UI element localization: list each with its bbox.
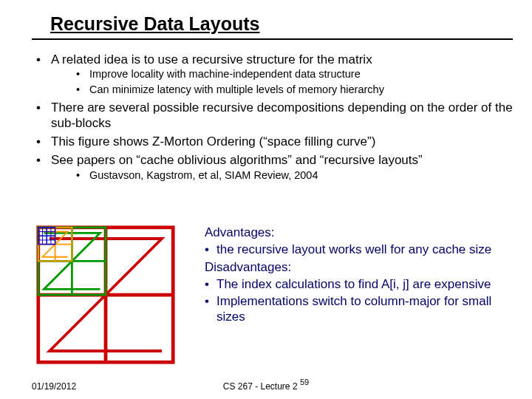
- sub-bullet-text: Can minimize latency with multiple level…: [89, 83, 384, 95]
- disadvantage-item: The index calculations to find A[i, j] a…: [205, 276, 513, 292]
- z-morton-svg: [32, 225, 180, 365]
- sub-bullet-item: Can minimize latency with multiple level…: [66, 83, 513, 96]
- page-number: 59: [300, 378, 309, 386]
- advantages-header: Advantages:: [205, 225, 513, 240]
- sub-bullet-item: Improve locality with machine-independen…: [66, 67, 513, 81]
- sub-bullet-item: Gustavson, Kagstrom, et al, SIAM Review,…: [66, 168, 513, 182]
- sub-bullet-list: Gustavson, Kagstrom, et al, SIAM Review,…: [51, 168, 513, 182]
- bullet-text: This figure shows Z-Morton Ordering (“sp…: [51, 134, 375, 149]
- disadvantage-text: The index calculations to find A[i, j] a…: [216, 277, 491, 291]
- slide-body: A related idea is to use a recursive str…: [32, 52, 513, 185]
- disadvantage-item: Implementations switch to column-major f…: [205, 293, 513, 325]
- advantage-item: the recursive layout works well for any …: [205, 242, 513, 257]
- bullet-item: See papers on “cache oblivious algorithm…: [32, 152, 513, 181]
- disadvantage-text: Implementations switch to column-major f…: [216, 294, 491, 324]
- bullet-item: A related idea is to use a recursive str…: [32, 52, 513, 97]
- sub-bullet-text: Improve locality with machine-independen…: [89, 68, 361, 80]
- slide-title: Recursive Data Layouts: [50, 13, 259, 35]
- sub-bullet-text: Gustavson, Kagstrom, et al, SIAM Review,…: [89, 169, 318, 181]
- bottom-row: Advantages: the recursive layout works w…: [32, 225, 513, 365]
- bullet-text: There are several possible recursive dec…: [51, 100, 513, 130]
- bullet-text: See papers on “cache oblivious algorithm…: [51, 153, 423, 167]
- bullet-item: There are several possible recursive dec…: [32, 100, 513, 132]
- advantages-disadvantages: Advantages: the recursive layout works w…: [205, 225, 513, 327]
- disadvantages-header: Disadvantages:: [205, 259, 513, 275]
- bullet-item: This figure shows Z-Morton Ordering (“sp…: [32, 134, 513, 149]
- slide: Recursive Data Layouts A related idea is…: [0, 0, 532, 399]
- sub-bullet-list: Improve locality with machine-independen…: [51, 67, 513, 96]
- title-underline-rule: [32, 38, 513, 40]
- advantage-text: the recursive layout works well for any …: [216, 242, 491, 256]
- z-morton-figure: [32, 225, 187, 365]
- footer-course: CS 267 - Lecture 2: [223, 381, 298, 392]
- bullet-text: A related idea is to use a recursive str…: [51, 52, 372, 66]
- footer-center: CS 267 - Lecture 2 59: [0, 381, 532, 392]
- bullet-list: A related idea is to use a recursive str…: [32, 52, 513, 182]
